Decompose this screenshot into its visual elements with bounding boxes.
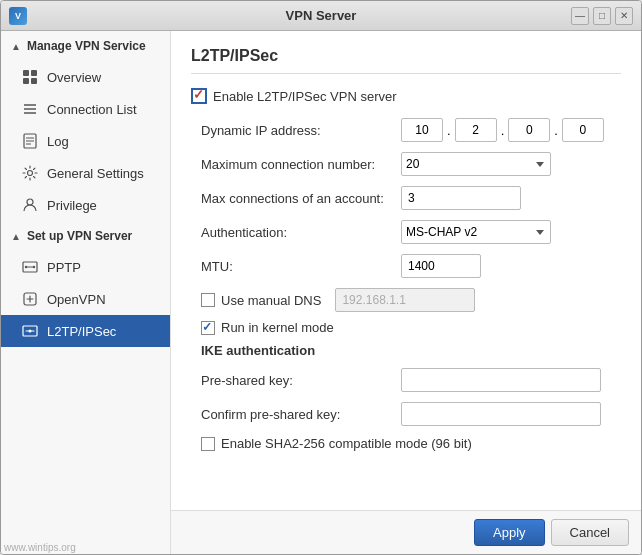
max-connections-label: Maximum connection number:	[201, 157, 401, 172]
log-label: Log	[47, 134, 69, 149]
max-account-label: Max connections of an account:	[201, 191, 401, 206]
ip-dot-3: .	[552, 123, 560, 138]
l2tp-label: L2TP/IPSec	[47, 324, 116, 339]
setup-section-label: Set up VPN Server	[27, 229, 132, 243]
sidebar-item-overview[interactable]: Overview	[1, 61, 170, 93]
confirm-psk-row: Confirm pre-shared key:	[191, 402, 621, 426]
sidebar-item-l2tp[interactable]: L2TP/IPSec	[1, 315, 170, 347]
max-connections-select[interactable]: 20	[401, 152, 551, 176]
privilege-label: Privilege	[47, 198, 97, 213]
sidebar-item-log[interactable]: Log	[1, 125, 170, 157]
pptp-icon	[21, 258, 39, 276]
main-panel: L2TP/IPSec Enable L2TP/IPSec VPN server …	[171, 31, 641, 554]
run-kernel-row: Run in kernel mode	[191, 320, 621, 335]
auth-control: MS-CHAP v2	[401, 220, 621, 244]
run-kernel-label[interactable]: Run in kernel mode	[201, 320, 334, 335]
max-account-input[interactable]	[401, 186, 521, 210]
svg-rect-1	[31, 70, 37, 76]
ip-dot-1: .	[445, 123, 453, 138]
ip-octet-1[interactable]	[401, 118, 443, 142]
close-button[interactable]: ✕	[615, 7, 633, 25]
svg-point-19	[29, 330, 32, 333]
ike-section-label: IKE authentication	[191, 343, 621, 358]
sha2-row: Enable SHA2-256 compatible mode (96 bit)	[191, 436, 621, 451]
sidebar-section-setup[interactable]: ▲ Set up VPN Server	[1, 221, 170, 251]
use-manual-dns-checkbox[interactable]	[201, 293, 215, 307]
svg-rect-2	[23, 78, 29, 84]
dynamic-ip-row: Dynamic IP address: . . .	[191, 118, 621, 142]
cancel-button[interactable]: Cancel	[551, 519, 629, 546]
panel-footer: Apply Cancel	[171, 510, 641, 554]
max-connections-row: Maximum connection number: 20	[191, 152, 621, 176]
sidebar-item-connection-list[interactable]: Connection List	[1, 93, 170, 125]
enable-checkbox[interactable]	[191, 88, 207, 104]
sidebar-item-openvpn[interactable]: OpenVPN	[1, 283, 170, 315]
overview-icon	[21, 68, 39, 86]
app-icon: V	[9, 7, 27, 25]
use-manual-dns-label[interactable]: Use manual DNS	[201, 288, 475, 312]
use-manual-dns-row: Use manual DNS	[191, 288, 621, 312]
mtu-control	[401, 254, 621, 278]
panel-content: L2TP/IPSec Enable L2TP/IPSec VPN server …	[171, 31, 641, 510]
sha2-checkbox[interactable]	[201, 437, 215, 451]
dynamic-ip-label: Dynamic IP address:	[201, 123, 401, 138]
run-kernel-checkbox[interactable]	[201, 321, 215, 335]
enable-text: Enable L2TP/IPSec VPN server	[213, 89, 397, 104]
max-account-control	[401, 186, 621, 210]
svg-rect-3	[31, 78, 37, 84]
log-icon	[21, 132, 39, 150]
gear-icon	[21, 164, 39, 182]
ip-octet-4[interactable]	[562, 118, 604, 142]
enable-row: Enable L2TP/IPSec VPN server	[191, 88, 621, 104]
l2tp-icon	[21, 322, 39, 340]
auth-wrapper: MS-CHAP v2	[401, 220, 551, 244]
ip-octet-3[interactable]	[508, 118, 550, 142]
confirm-psk-input[interactable]	[401, 402, 601, 426]
svg-point-15	[25, 266, 27, 268]
title-bar: V VPN Server — □ ✕	[1, 1, 641, 31]
chevron-up-icon-2: ▲	[11, 231, 21, 242]
max-account-row: Max connections of an account:	[191, 186, 621, 210]
manage-section-label: Manage VPN Service	[27, 39, 146, 53]
vpn-server-window: V VPN Server — □ ✕ ▲ Manage VPN Service	[0, 0, 642, 555]
max-connections-wrapper: 20	[401, 152, 551, 176]
ip-octet-2[interactable]	[455, 118, 497, 142]
dns-ip-input[interactable]	[335, 288, 475, 312]
minimize-button[interactable]: —	[571, 7, 589, 25]
window-title: VPN Server	[286, 8, 357, 23]
connection-icon	[21, 100, 39, 118]
sidebar-item-general-settings[interactable]: General Settings	[1, 157, 170, 189]
overview-label: Overview	[47, 70, 101, 85]
maximize-button[interactable]: □	[593, 7, 611, 25]
svg-point-11	[28, 171, 33, 176]
confirm-psk-label: Confirm pre-shared key:	[201, 407, 401, 422]
psk-input[interactable]	[401, 368, 601, 392]
openvpn-icon	[21, 290, 39, 308]
mtu-row: MTU:	[191, 254, 621, 278]
svg-rect-0	[23, 70, 29, 76]
sha2-label[interactable]: Enable SHA2-256 compatible mode (96 bit)	[201, 436, 472, 451]
enable-label[interactable]: Enable L2TP/IPSec VPN server	[191, 88, 397, 104]
svg-point-16	[33, 266, 35, 268]
auth-select[interactable]: MS-CHAP v2	[401, 220, 551, 244]
mtu-input[interactable]	[401, 254, 481, 278]
max-connections-control: 20	[401, 152, 621, 176]
connection-list-label: Connection List	[47, 102, 137, 117]
pptp-label: PPTP	[47, 260, 81, 275]
psk-row: Pre-shared key:	[191, 368, 621, 392]
psk-control	[401, 368, 621, 392]
auth-label: Authentication:	[201, 225, 401, 240]
sidebar-item-pptp[interactable]: PPTP	[1, 251, 170, 283]
auth-row: Authentication: MS-CHAP v2	[191, 220, 621, 244]
sidebar-item-privilege[interactable]: Privilege	[1, 189, 170, 221]
mtu-label: MTU:	[201, 259, 401, 274]
chevron-up-icon: ▲	[11, 41, 21, 52]
panel-title: L2TP/IPSec	[191, 47, 621, 74]
ip-fields: . . .	[401, 118, 621, 142]
window-controls: — □ ✕	[571, 7, 633, 25]
general-settings-label: General Settings	[47, 166, 144, 181]
user-icon	[21, 196, 39, 214]
apply-button[interactable]: Apply	[474, 519, 545, 546]
svg-point-12	[27, 199, 33, 205]
sidebar-section-manage[interactable]: ▲ Manage VPN Service	[1, 31, 170, 61]
